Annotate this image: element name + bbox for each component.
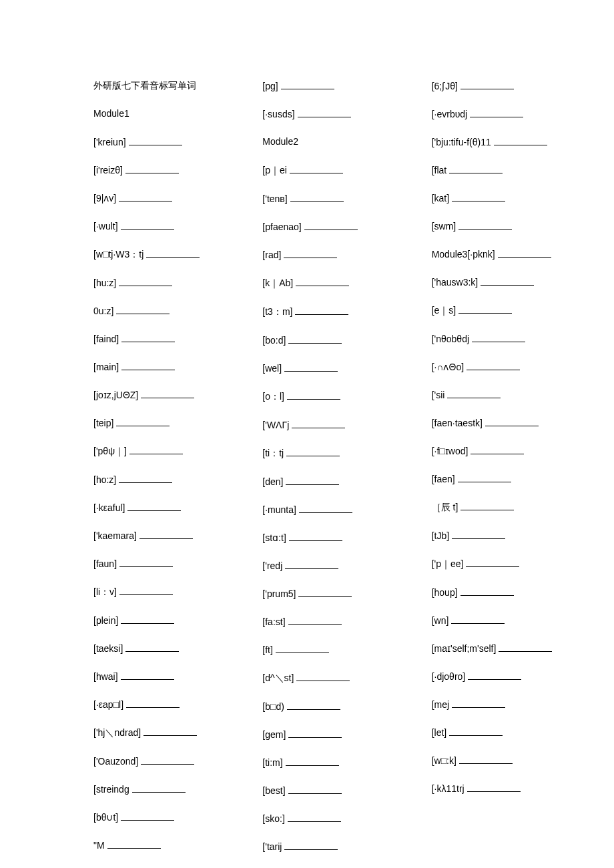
answer-blank[interactable] (141, 755, 194, 765)
answer-blank[interactable] (284, 362, 338, 372)
answer-blank[interactable] (466, 558, 519, 567)
answer-blank[interactable] (119, 192, 172, 201)
answer-blank[interactable] (494, 136, 547, 145)
answer-blank[interactable] (286, 447, 340, 456)
answer-blank[interactable] (472, 333, 525, 342)
answer-blank[interactable] (116, 305, 170, 314)
worksheet-row: [ti：tj (262, 447, 411, 460)
answer-blank[interactable] (451, 614, 505, 624)
answer-blank[interactable] (132, 783, 186, 793)
answer-blank[interactable] (449, 727, 503, 736)
answer-blank[interactable] (289, 532, 342, 541)
answer-blank[interactable] (119, 474, 172, 483)
answer-blank[interactable] (288, 785, 342, 794)
answer-blank[interactable] (290, 193, 344, 202)
answer-blank[interactable] (458, 473, 511, 482)
answer-blank[interactable] (121, 361, 175, 370)
answer-blank[interactable] (290, 164, 343, 173)
worksheet-row: [·kλ11trj (432, 783, 581, 795)
worksheet-row: [·εap□l] (93, 699, 242, 711)
answer-blank[interactable] (119, 277, 172, 286)
answer-blank[interactable] (119, 558, 173, 567)
worksheet-row: [·susds] (262, 108, 411, 120)
answer-blank[interactable] (284, 841, 338, 850)
answer-blank[interactable] (286, 757, 339, 766)
answer-blank[interactable] (127, 502, 181, 511)
answer-blank[interactable] (119, 586, 173, 595)
answer-blank[interactable] (295, 306, 348, 315)
answer-blank[interactable] (121, 614, 174, 624)
answer-blank[interactable] (121, 220, 174, 230)
answer-blank[interactable] (485, 417, 539, 426)
phonetic-label: ['tarij (262, 841, 282, 852)
answer-blank[interactable] (298, 108, 351, 117)
answer-blank[interactable] (471, 445, 524, 454)
answer-blank[interactable] (129, 445, 183, 454)
phonetic-label: [ft] (262, 644, 273, 655)
worksheet-row: [wn] (432, 614, 581, 626)
answer-blank[interactable] (499, 642, 552, 652)
phonetic-label: [let] (432, 727, 447, 738)
answer-blank[interactable] (287, 390, 340, 400)
answer-blank[interactable] (287, 701, 340, 710)
phonetic-label: [6;ʃJθ] (432, 81, 458, 91)
answer-blank[interactable] (125, 642, 179, 652)
worksheet-row: [w□:k] (432, 755, 581, 767)
answer-blank[interactable] (460, 501, 514, 510)
answer-blank[interactable] (468, 671, 521, 680)
answer-blank[interactable] (459, 755, 513, 764)
answer-blank[interactable] (458, 220, 512, 230)
answer-blank[interactable] (129, 136, 182, 145)
answer-blank[interactable] (299, 504, 352, 513)
answer-blank[interactable] (126, 699, 180, 708)
answer-blank[interactable] (467, 783, 521, 792)
answer-blank[interactable] (288, 813, 341, 822)
answer-blank[interactable] (452, 530, 505, 539)
phonetic-label: [·evrbυdj (432, 109, 468, 119)
answer-blank[interactable] (121, 811, 174, 821)
answer-blank[interactable] (288, 334, 342, 344)
answer-blank[interactable] (143, 727, 197, 736)
answer-blank[interactable] (284, 249, 337, 258)
answer-blank[interactable] (452, 192, 505, 201)
answer-blank[interactable] (116, 417, 170, 426)
answer-blank[interactable] (286, 476, 339, 485)
answer-blank[interactable] (288, 616, 342, 625)
answer-blank[interactable] (141, 389, 194, 398)
phonetic-label: [den] (262, 476, 283, 487)
answer-blank[interactable] (304, 221, 358, 230)
answer-blank[interactable] (139, 530, 193, 539)
answer-blank[interactable] (298, 588, 352, 597)
answer-blank[interactable] (107, 839, 161, 849)
answer-blank[interactable] (452, 699, 505, 708)
answer-blank[interactable] (296, 277, 349, 286)
answer-blank[interactable] (449, 164, 503, 173)
answer-blank[interactable] (458, 304, 512, 314)
phonetic-label: ['kaemara] (93, 530, 137, 541)
worksheet-row: ['tenв] (262, 193, 411, 205)
answer-blank[interactable] (121, 333, 175, 342)
phonetic-label: ['Oauzond] (93, 756, 138, 767)
answer-blank[interactable] (288, 729, 342, 738)
phonetic-label: [ti:m] (262, 757, 282, 768)
worksheet-row: ['redj (262, 560, 411, 572)
answer-blank[interactable] (498, 248, 551, 258)
answer-blank[interactable] (292, 419, 345, 428)
answer-blank[interactable] (285, 560, 338, 569)
answer-blank[interactable] (125, 164, 179, 173)
answer-blank[interactable] (447, 389, 501, 398)
answer-blank[interactable] (296, 672, 350, 681)
answer-blank[interactable] (481, 276, 534, 286)
phonetic-label: [mej (432, 699, 449, 710)
worksheet-row: [·evrbυdj (432, 108, 581, 120)
answer-blank[interactable] (281, 80, 334, 89)
phonetic-label: ['WΛΓj (262, 420, 289, 430)
answer-blank[interactable] (276, 644, 329, 653)
worksheet-row: [faind] (93, 333, 242, 345)
answer-blank[interactable] (470, 108, 523, 117)
answer-blank[interactable] (467, 361, 520, 370)
answer-blank[interactable] (460, 80, 514, 89)
answer-blank[interactable] (460, 586, 514, 596)
answer-blank[interactable] (146, 248, 200, 258)
answer-blank[interactable] (121, 671, 174, 680)
